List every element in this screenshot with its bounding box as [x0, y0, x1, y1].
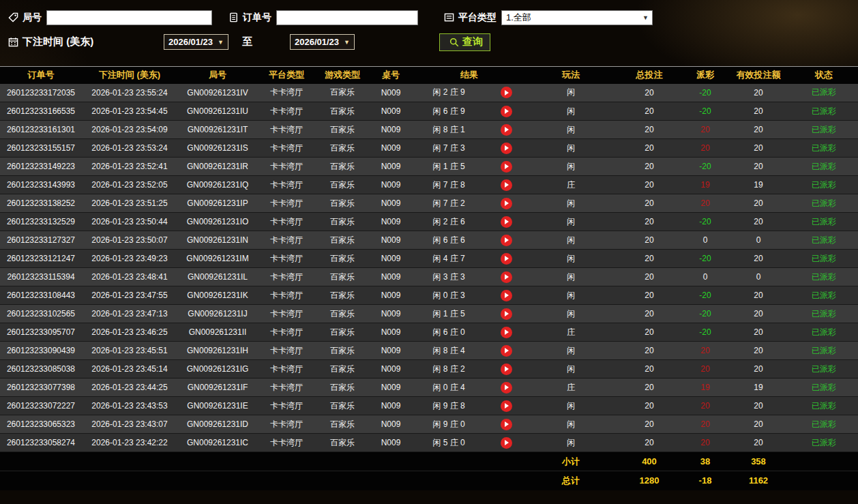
cell-platform-type: 卡卡湾厅 [258, 176, 315, 194]
play-video-button[interactable] [501, 87, 512, 98]
cell-game-type: 百家乐 [315, 360, 370, 379]
cell-play [486, 286, 527, 305]
play-video-button[interactable] [501, 106, 512, 117]
table-header-row: 订单号下注时间 (美东)局号平台类型游戏类型桌号结果玩法总投注派彩有效投注额状态 [0, 67, 858, 84]
platform-type-select[interactable]: 1.全部 ▼ [501, 10, 653, 25]
play-video-button[interactable] [501, 327, 512, 338]
cell-platform-type: 卡卡湾厅 [258, 434, 315, 452]
cell-payout: -20 [683, 323, 727, 342]
play-video-button[interactable] [501, 271, 512, 283]
cell-order-id: 260123233155157 [0, 139, 82, 158]
table-row: 2601232331382522026-01-23 23:51:25GN0092… [0, 194, 858, 213]
cell-game-type: 百家乐 [315, 102, 370, 121]
tag-icon [8, 12, 18, 23]
cell-status: 已派彩 [790, 323, 858, 342]
play-icon [505, 293, 509, 298]
play-video-button[interactable] [501, 364, 512, 375]
play-video-button[interactable] [501, 419, 512, 430]
cell-bet-time: 2026-01-23 23:48:41 [82, 268, 177, 286]
summary-payout: -18 [683, 471, 727, 490]
cell-total-bet: 20 [615, 305, 683, 323]
play-video-button[interactable] [501, 290, 512, 301]
table-row: 2601232331273272026-01-23 23:50:07GN0092… [0, 231, 858, 250]
round-number-field-group: 局号 [5, 10, 212, 25]
cell-status: 已派彩 [790, 102, 858, 121]
cell-valid-bet: 0 [727, 231, 790, 250]
date-to-select[interactable]: 2026/01/23 ▼ [290, 34, 355, 50]
cell-valid-bet: 20 [727, 250, 790, 268]
cell-play-type: 闲 [527, 434, 615, 452]
cell-total-bet: 20 [615, 342, 683, 360]
cell-order-id: 260123233149223 [0, 158, 82, 176]
cell-order-id: 260123233090439 [0, 342, 82, 360]
cell-platform-type: 卡卡湾厅 [258, 286, 315, 305]
cell-status: 已派彩 [790, 397, 858, 415]
play-icon [505, 90, 509, 95]
column-header-total-bet: 总投注 [615, 67, 683, 84]
cell-order-id: 260123233143993 [0, 176, 82, 194]
play-video-button[interactable] [501, 143, 512, 154]
cell-order-id: 260123233138252 [0, 194, 82, 213]
cell-game-type: 百家乐 [315, 250, 370, 268]
cell-round-id: GN009261231IJ [177, 305, 258, 323]
date-from-select[interactable]: 2026/01/23 ▼ [164, 34, 228, 50]
cell-result: 闲 5 庄 0 [412, 434, 486, 452]
cell-play [486, 121, 527, 139]
cell-round-id: GN009261231IF [177, 379, 258, 397]
cell-result: 闲 7 庄 2 [412, 194, 486, 213]
cell-payout: -20 [683, 213, 727, 231]
summary-empty-cell [0, 452, 527, 471]
table-row: 2601232331084432026-01-23 23:47:55GN0092… [0, 286, 858, 305]
cell-valid-bet: 20 [727, 139, 790, 158]
play-video-button[interactable] [501, 198, 512, 209]
play-video-button[interactable] [501, 308, 512, 320]
play-video-button[interactable] [501, 253, 512, 265]
cell-total-bet: 20 [615, 139, 683, 158]
cell-order-id: 260123233127327 [0, 231, 82, 250]
platform-type-field-group: 平台类型 1.全部 ▼ [441, 10, 653, 25]
cell-platform-type: 卡卡湾厅 [258, 213, 315, 231]
play-icon [505, 145, 509, 151]
cell-status: 已派彩 [790, 434, 858, 452]
play-video-button[interactable] [501, 235, 512, 246]
cell-play-type: 闲 [527, 268, 615, 286]
cell-game-type: 百家乐 [315, 84, 370, 102]
play-video-button[interactable] [501, 437, 512, 449]
play-icon [505, 385, 509, 390]
play-video-button[interactable] [501, 161, 512, 173]
play-video-button[interactable] [501, 216, 512, 228]
cell-play [486, 84, 527, 102]
cell-result: 闲 8 庄 4 [412, 342, 486, 360]
cell-result: 闲 6 庄 0 [412, 323, 486, 342]
play-video-button[interactable] [501, 179, 512, 191]
summary-row: 小计40038358 [0, 452, 858, 471]
round-number-input[interactable] [46, 10, 212, 25]
cell-status: 已派彩 [790, 139, 858, 158]
play-icon [505, 421, 509, 427]
cell-result: 闲 8 庄 2 [412, 360, 486, 379]
query-button[interactable]: 查询 [439, 33, 490, 51]
cell-round-id: GN009261231ID [177, 415, 258, 434]
cell-round-id: GN009261231IU [177, 102, 258, 121]
cell-total-bet: 20 [615, 379, 683, 397]
order-number-input[interactable] [276, 10, 418, 25]
play-video-button[interactable] [501, 345, 512, 357]
cell-play [486, 231, 527, 250]
cell-round-id: GN009261231IR [177, 158, 258, 176]
bet-time-label: 下注时间 (美东) [23, 35, 93, 48]
cell-platform-type: 卡卡湾厅 [258, 231, 315, 250]
cell-play-type: 闲 [527, 231, 615, 250]
chevron-down-icon: ▼ [642, 14, 649, 21]
column-header-game-type: 游戏类型 [315, 67, 370, 84]
summary-status-cell [790, 452, 858, 471]
cell-table-no: N009 [370, 102, 412, 121]
play-icon [505, 164, 509, 169]
play-icon [505, 348, 509, 353]
cell-result: 闲 6 庄 6 [412, 231, 486, 250]
cell-table-no: N009 [370, 121, 412, 139]
cell-payout: 19 [683, 379, 727, 397]
play-video-button[interactable] [501, 124, 512, 136]
play-video-button[interactable] [501, 382, 512, 394]
summary-valid-bet: 358 [727, 452, 790, 471]
play-video-button[interactable] [501, 400, 512, 412]
